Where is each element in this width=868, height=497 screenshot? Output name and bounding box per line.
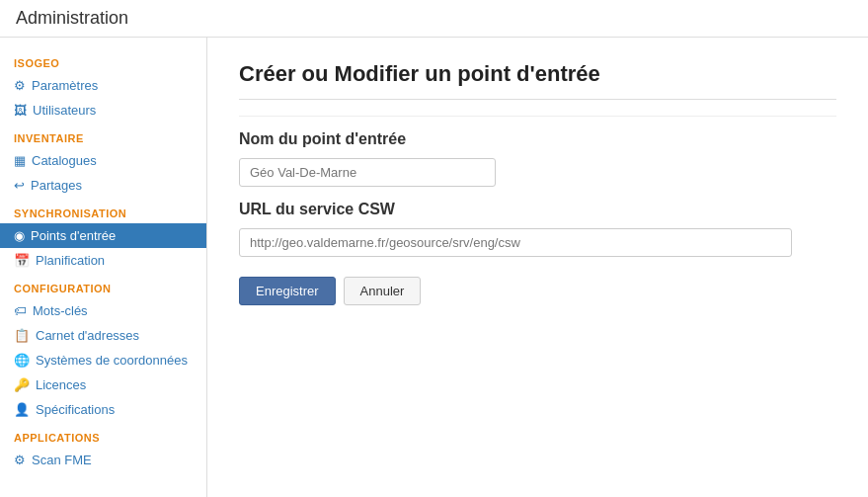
main-content: Créer ou Modifier un point d'entrée Nom … xyxy=(207,38,868,497)
sidebar-item-label-catalogues: Catalogues xyxy=(32,153,97,168)
sidebar-item-utilisateurs[interactable]: 🖼Utilisateurs xyxy=(0,98,206,123)
sidebar-item-label-licences: Licences xyxy=(36,377,86,392)
licences-icon: 🔑 xyxy=(14,377,30,392)
sidebar: ISOGEO⚙Paramètres🖼UtilisateursINVENTAIRE… xyxy=(0,38,207,497)
catalogues-icon: ▦ xyxy=(14,153,26,168)
systemes-coordonnees-icon: 🌐 xyxy=(14,353,30,368)
app-header: Administration xyxy=(0,0,868,38)
sidebar-item-points-entree[interactable]: ◉Points d'entrée xyxy=(0,223,206,248)
app-title: Administration xyxy=(16,8,852,29)
url-label: URL du service CSW xyxy=(239,201,836,218)
sidebar-item-label-points-entree: Points d'entrée xyxy=(31,228,116,243)
page-title: Créer ou Modifier un point d'entrée xyxy=(239,61,836,100)
divider xyxy=(239,116,836,117)
form-actions: Enregistrer Annuler xyxy=(239,277,836,305)
cancel-button[interactable]: Annuler xyxy=(344,277,422,305)
partages-icon: ↩ xyxy=(14,178,25,193)
sidebar-item-specifications[interactable]: 👤Spécifications xyxy=(0,397,206,422)
parametres-icon: ⚙ xyxy=(14,78,26,93)
sidebar-section-synchronisation: SYNCHRONISATION xyxy=(0,198,206,223)
sidebar-item-label-partages: Partages xyxy=(31,178,82,193)
specifications-icon: 👤 xyxy=(14,402,30,417)
save-button[interactable]: Enregistrer xyxy=(239,277,336,305)
points-entree-icon: ◉ xyxy=(14,228,25,243)
sidebar-item-licences[interactable]: 🔑Licences xyxy=(0,373,206,397)
app-body: ISOGEO⚙Paramètres🖼UtilisateursINVENTAIRE… xyxy=(0,38,868,497)
sidebar-section-isogeo: ISOGEO xyxy=(0,47,206,73)
sidebar-item-label-scan-fme: Scan FME xyxy=(32,453,92,467)
sidebar-item-mots-cles[interactable]: 🏷Mots-clés xyxy=(0,298,206,323)
utilisateurs-icon: 🖼 xyxy=(14,103,27,118)
scan-fme-icon: ⚙ xyxy=(14,453,26,467)
sidebar-item-catalogues[interactable]: ▦Catalogues xyxy=(0,148,206,173)
sidebar-section-inventaire: INVENTAIRE xyxy=(0,123,206,148)
sidebar-item-carnet-adresses[interactable]: 📋Carnet d'adresses xyxy=(0,323,206,348)
sidebar-item-systemes-coordonnees[interactable]: 🌐Systèmes de coordonnées xyxy=(0,348,206,373)
planification-icon: 📅 xyxy=(14,253,30,268)
app-wrapper: Administration ISOGEO⚙Paramètres🖼Utilisa… xyxy=(0,0,868,497)
sidebar-item-planification[interactable]: 📅Planification xyxy=(0,248,206,273)
sidebar-item-label-carnet-adresses: Carnet d'adresses xyxy=(36,328,139,343)
sidebar-item-partages[interactable]: ↩Partages xyxy=(0,173,206,198)
sidebar-item-label-utilisateurs: Utilisateurs xyxy=(33,103,96,118)
sidebar-item-label-planification: Planification xyxy=(36,253,105,268)
sidebar-item-label-specifications: Spécifications xyxy=(36,402,115,417)
nom-input[interactable] xyxy=(239,158,496,187)
sidebar-item-label-systemes-coordonnees: Systèmes de coordonnées xyxy=(36,353,188,368)
sidebar-item-parametres[interactable]: ⚙Paramètres xyxy=(0,73,206,98)
sidebar-section-configuration: CONFIGURATION xyxy=(0,273,206,298)
carnet-adresses-icon: 📋 xyxy=(14,328,30,343)
mots-cles-icon: 🏷 xyxy=(14,303,27,318)
nom-label: Nom du point d'entrée xyxy=(239,130,836,148)
url-input[interactable] xyxy=(239,228,792,257)
sidebar-section-applications: APPLICATIONS xyxy=(0,422,206,448)
sidebar-item-scan-fme[interactable]: ⚙Scan FME xyxy=(0,448,206,472)
sidebar-item-label-parametres: Paramètres xyxy=(32,78,98,93)
sidebar-item-label-mots-cles: Mots-clés xyxy=(33,303,88,318)
